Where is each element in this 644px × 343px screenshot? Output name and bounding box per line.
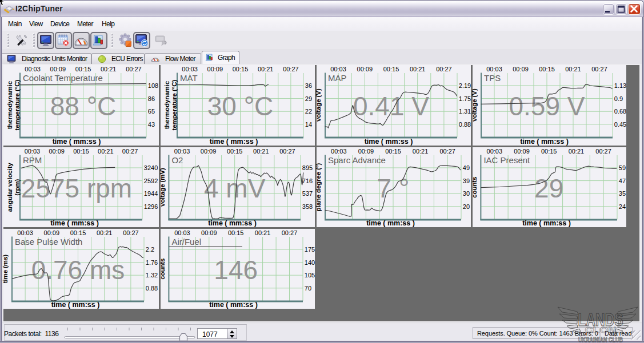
svg-text:36: 36	[305, 82, 312, 89]
svg-text:00:03: 00:03	[25, 66, 41, 72]
svg-text:00:15: 00:15	[70, 229, 86, 236]
svg-text:MAT: MAT	[180, 73, 198, 83]
svg-text:1.32: 1.32	[146, 272, 158, 279]
svg-text:angular velocity: angular velocity	[6, 163, 13, 212]
svg-text:39: 39	[463, 177, 470, 184]
svg-text:537: 537	[302, 190, 313, 197]
svg-text:00:21: 00:21	[98, 148, 114, 155]
svg-text:00:03: 00:03	[17, 229, 33, 236]
svg-text:00:15: 00:15	[541, 148, 557, 155]
svg-text:00:03: 00:03	[182, 66, 198, 72]
svg-text:47: 47	[619, 177, 626, 184]
svg-text:O2: O2	[171, 155, 183, 165]
svg-text:00:03: 00:03	[486, 66, 502, 72]
svg-text:14: 14	[305, 121, 312, 128]
svg-text:thermodynamic: thermodynamic	[6, 80, 13, 129]
svg-text:3240: 3240	[144, 164, 158, 171]
svg-text:895: 895	[302, 164, 313, 171]
svg-text:00:21: 00:21	[569, 148, 585, 155]
svg-text:00:03: 00:03	[330, 66, 346, 72]
svg-text:140: 140	[305, 259, 315, 266]
svg-text:30: 30	[463, 190, 470, 197]
svg-text:00:21: 00:21	[413, 148, 429, 155]
svg-text:IAC Present: IAC Present	[483, 155, 530, 165]
svg-text:1.76: 1.76	[146, 259, 158, 266]
svg-text:00:09: 00:09	[44, 229, 60, 236]
svg-text:0.68: 0.68	[614, 108, 626, 115]
svg-text:CLON: CLON	[585, 325, 617, 334]
svg-text:2.2: 2.2	[146, 246, 154, 253]
svg-text:70: 70	[305, 285, 311, 292]
svg-text:0.88: 0.88	[459, 121, 471, 128]
svg-text:00:27: 00:27	[122, 148, 138, 155]
svg-text:00:21: 00:21	[410, 66, 426, 72]
svg-text:00:27: 00:27	[123, 229, 139, 236]
svg-text:30 °C: 30 °C	[207, 91, 274, 121]
svg-text:time ( mm:ss ): time ( mm:ss )	[50, 219, 99, 227]
svg-text:00:03: 00:03	[487, 148, 503, 155]
svg-text:00:27: 00:27	[436, 66, 452, 72]
svg-text:2.19: 2.19	[459, 82, 471, 89]
svg-text:plane degree (°): plane degree (°)	[315, 163, 322, 212]
svg-text:35: 35	[619, 190, 626, 197]
svg-text:time ( mm:ss ): time ( mm:ss )	[53, 138, 101, 146]
svg-text:counts: counts	[159, 259, 166, 280]
svg-text:00:15: 00:15	[383, 66, 399, 72]
svg-text:00:21: 00:21	[101, 66, 117, 72]
svg-text:temperature (°C): temperature (°C)	[171, 80, 178, 131]
svg-text:00:09: 00:09	[513, 66, 529, 72]
svg-text:1.31: 1.31	[459, 108, 471, 115]
svg-text:22: 22	[305, 108, 312, 115]
svg-text:00:15: 00:15	[233, 66, 249, 72]
svg-text:00:15: 00:15	[228, 229, 244, 236]
svg-text:20: 20	[463, 203, 470, 210]
svg-text:time ( mm:ss ): time ( mm:ss )	[522, 219, 571, 227]
svg-text:00:27: 00:27	[591, 66, 607, 72]
svg-text:time ( mm:ss ): time ( mm:ss )	[51, 301, 100, 309]
svg-text:Air/Fuel: Air/Fuel	[171, 237, 201, 247]
svg-text:time ( mm:ss ): time ( mm:ss )	[208, 219, 257, 227]
svg-text:time ( mm:ss ): time ( mm:ss )	[366, 219, 415, 227]
svg-text:175: 175	[305, 246, 315, 253]
svg-text:time ( mm:ss ): time ( mm:ss )	[209, 301, 258, 309]
svg-text:00:03: 00:03	[331, 148, 347, 155]
svg-text:time ( mm:ss ): time ( mm:ss )	[365, 138, 413, 146]
svg-text:Coolant Temperature: Coolant Temperature	[23, 73, 103, 83]
svg-text:0.59 V: 0.59 V	[509, 91, 585, 121]
svg-text:RPM: RPM	[23, 155, 42, 165]
svg-text:0.41 V: 0.41 V	[353, 91, 429, 121]
svg-text:voltage (V): voltage (V)	[471, 88, 478, 122]
svg-text:00:27: 00:27	[439, 148, 455, 155]
svg-text:00:15: 00:15	[385, 148, 401, 155]
svg-text:00:03: 00:03	[174, 148, 190, 155]
svg-text:88 °C: 88 °C	[50, 91, 117, 121]
svg-text:59: 59	[619, 164, 626, 171]
svg-text:29: 29	[305, 95, 312, 102]
svg-text:Base Pulse Width: Base Pulse Width	[15, 237, 82, 247]
svg-text:time ( mm:ss ): time ( mm:ss )	[520, 138, 569, 146]
svg-text:00:03: 00:03	[174, 229, 190, 236]
svg-text:86: 86	[148, 95, 155, 102]
svg-text:65: 65	[148, 108, 155, 115]
svg-text:00:27: 00:27	[283, 66, 299, 72]
svg-text:00:15: 00:15	[75, 66, 91, 72]
svg-text:00:21: 00:21	[565, 66, 581, 72]
svg-text:2575 rpm: 2575 rpm	[21, 173, 132, 203]
svg-text:00:09: 00:09	[201, 148, 217, 155]
svg-text:0.88: 0.88	[146, 285, 158, 292]
svg-text:00:27: 00:27	[279, 148, 295, 155]
svg-text:358: 358	[302, 203, 313, 210]
svg-text:00:09: 00:09	[514, 148, 530, 155]
svg-text:716: 716	[302, 177, 313, 184]
svg-text:voltage (V): voltage (V)	[315, 88, 322, 122]
svg-text:1.75: 1.75	[459, 95, 471, 102]
svg-text:thermodynamic: thermodynamic	[163, 80, 170, 129]
svg-text:time ( mm:ss ): time ( mm:ss )	[210, 138, 258, 146]
svg-text:00:03: 00:03	[25, 148, 41, 155]
svg-text:2592: 2592	[144, 177, 158, 184]
svg-text:146: 146	[214, 255, 258, 285]
svg-text:1296: 1296	[144, 203, 158, 210]
svg-text:0.45: 0.45	[614, 121, 626, 128]
svg-text:24: 24	[619, 203, 626, 210]
svg-text:00:09: 00:09	[50, 66, 66, 72]
